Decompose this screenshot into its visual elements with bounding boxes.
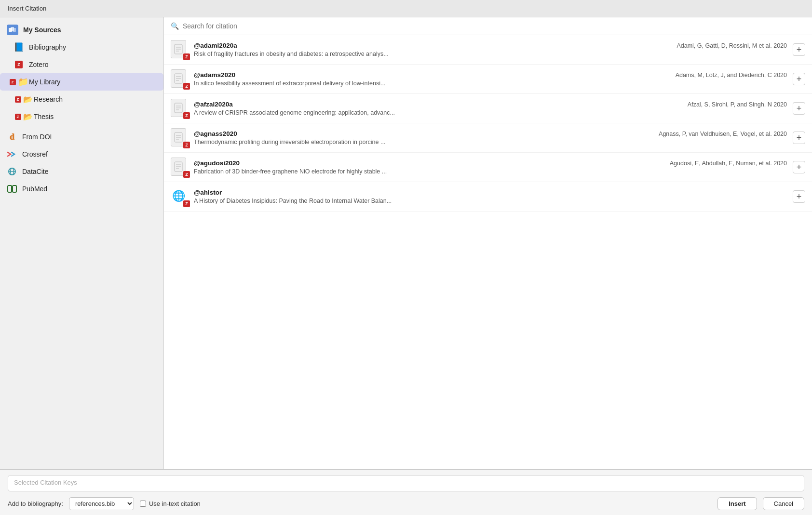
citation-icon-wrap: Z [171,158,188,177]
citation-add-button[interactable]: + [793,161,805,173]
citation-body: @ahistorA History of Diabetes Insipidus:… [194,189,787,204]
citation-item: Z@agudosi2020Agudosi, E, Abdullah, E, Nu… [164,153,812,182]
citation-title: Thermodynamic profiling during irreversi… [194,139,787,145]
main-area: My Sources 📘 Bibliography Z Zotero Z [0,17,812,470]
bibliography-icon: 📘 [14,42,24,53]
citation-body: @adams2020Adams, M, Lotz, J, and Diederi… [194,71,787,87]
search-input[interactable] [183,22,805,30]
use-intext-checkbox[interactable] [140,501,146,507]
citation-icon-wrap: Z [171,128,188,147]
citation-item: Z@adams2020Adams, M, Lotz, J, and Dieder… [164,65,812,94]
sidebar-item-thesis[interactable]: Z 📂 Thesis [0,108,163,125]
citation-authors: Afzal, S, Sirohi, P, and Singh, N 2020 [688,101,787,108]
bibliography-label: Bibliography [29,43,66,51]
zotero-badge: Z [183,112,190,119]
insert-citation-window: Insert Citation My Sources 📘 [0,0,812,515]
citations-list: Z@adami2020aAdami, G, Gatti, D, Rossini,… [164,35,812,469]
citation-icon-wrap: Z [171,69,188,89]
sidebar-item-crossref[interactable]: Crossref [0,145,163,163]
add-to-bib-label: Add to bibliography: [8,500,63,507]
citation-icon-wrap: 🌐Z [171,187,188,206]
zotero-label: Zotero [29,61,48,68]
citation-top: @ahistor [194,189,787,196]
from-doi-icon: 𝐝 [7,132,17,142]
citation-authors: Agudosi, E, Abdullah, E, Numan, et al. 2… [670,160,787,167]
citation-authors: Adams, M, Lotz, J, and Diederich, C 2020 [676,72,787,79]
bottom-section: Selected Citation Keys Add to bibliograp… [0,470,812,515]
citation-title: In silico feasibility assessment of extr… [194,80,787,87]
thesis-label: Thesis [34,113,54,120]
citation-add-button[interactable]: + [793,132,805,144]
zotero-badge: Z [183,142,190,148]
title-bar: Insert Citation [0,0,812,17]
sidebar-item-research[interactable]: Z 📂 Research [0,91,163,108]
citation-top: @adams2020Adams, M, Lotz, J, and Diederi… [194,71,787,79]
citation-key: @adami2020a [194,42,237,49]
sidebar-item-from-doi[interactable]: 𝐝 From DOI [0,128,163,145]
datacite-icon [7,166,17,177]
selected-keys-placeholder: Selected Citation Keys [14,479,77,486]
citation-top: @agnass2020Agnass, P, van Veldhuisen, E,… [194,130,787,137]
zotero-badge: Z [183,53,190,60]
bib-file-select[interactable]: references.bib [69,497,134,510]
citation-title: A review of CRISPR associated genome eng… [194,109,787,116]
search-bar: 🔍 [164,17,812,35]
pubmed-icon [7,184,17,194]
pubmed-label: PubMed [22,185,47,193]
citation-authors: Agnass, P, van Veldhuisen, E, Vogel, et … [659,131,787,137]
sidebar-item-pubmed[interactable]: PubMed [0,180,163,198]
citation-add-button[interactable]: + [793,73,805,85]
citation-icon-wrap: Z [171,99,188,118]
citation-add-button[interactable]: + [793,190,805,203]
svg-rect-7 [13,185,16,192]
sidebar-item-datacite[interactable]: DataCite [0,163,163,180]
zotero-badge: Z [183,83,190,90]
zotero-icon: Z [14,59,24,70]
use-intext-label[interactable]: Use in-text citation [140,500,201,507]
cancel-button[interactable]: Cancel [763,497,804,510]
citation-title: Risk of fragility fractures in obesity a… [194,51,787,57]
citation-top: @afzal2020aAfzal, S, Sirohi, P, and Sing… [194,101,787,108]
citation-item: Z@agnass2020Agnass, P, van Veldhuisen, E… [164,123,812,153]
citation-add-button[interactable]: + [793,43,805,56]
my-sources-icon [7,25,18,35]
sidebar-item-my-sources[interactable]: My Sources [0,21,163,39]
citation-body: @afzal2020aAfzal, S, Sirohi, P, and Sing… [194,101,787,116]
insert-button[interactable]: Insert [717,497,757,510]
citation-item: 🌐Z@ahistorA History of Diabetes Insipidu… [164,182,812,211]
citation-title: A History of Diabetes Insipidus: Paving … [194,198,787,204]
research-label: Research [34,95,63,103]
svg-rect-2 [13,28,16,32]
citation-item: Z@adami2020aAdami, G, Gatti, D, Rossini,… [164,35,812,65]
citation-top: @agudosi2020Agudosi, E, Abdullah, E, Num… [194,159,787,167]
sidebar-item-bibliography[interactable]: 📘 Bibliography [0,39,163,56]
sidebar: My Sources 📘 Bibliography Z Zotero Z [0,17,164,469]
citation-top: @adami2020aAdami, G, Gatti, D, Rossini, … [194,42,787,49]
selected-keys-bar[interactable]: Selected Citation Keys [8,475,804,491]
footer-controls: Add to bibliography: references.bib Use … [8,497,804,510]
sidebar-item-my-library[interactable]: Z 📁 My Library [0,73,163,91]
crossref-icon [7,149,17,159]
from-doi-label: From DOI [22,133,52,141]
citation-title: Fabrication of 3D binder-free graphene N… [194,168,787,175]
research-icon: Z 📂 [18,94,29,105]
citation-authors: Adami, G, Gatti, D, Rossini, M et al. 20… [677,42,787,49]
citation-body: @agudosi2020Agudosi, E, Abdullah, E, Num… [194,159,787,175]
my-library-icon: Z 📁 [14,77,24,87]
citation-item: Z@afzal2020aAfzal, S, Sirohi, P, and Sin… [164,94,812,123]
search-icon: 🔍 [171,22,179,30]
zotero-badge: Z [183,171,190,178]
zotero-badge: Z [183,200,190,207]
citation-body: @adami2020aAdami, G, Gatti, D, Rossini, … [194,42,787,57]
window-title: Insert Citation [8,5,46,12]
sidebar-item-zotero[interactable]: Z Zotero [0,56,163,73]
thesis-icon: Z 📂 [18,111,29,122]
citation-key: @agnass2020 [194,130,237,137]
citation-key: @adams2020 [194,71,235,79]
datacite-label: DataCite [22,168,48,175]
content-area: 🔍 Z@adami2020aAdami, G, Gatti, D, Rossin… [164,17,812,469]
citation-add-button[interactable]: + [793,102,805,115]
svg-rect-6 [8,185,12,192]
citation-key: @afzal2020a [194,101,233,108]
citation-key: @ahistor [194,189,222,196]
